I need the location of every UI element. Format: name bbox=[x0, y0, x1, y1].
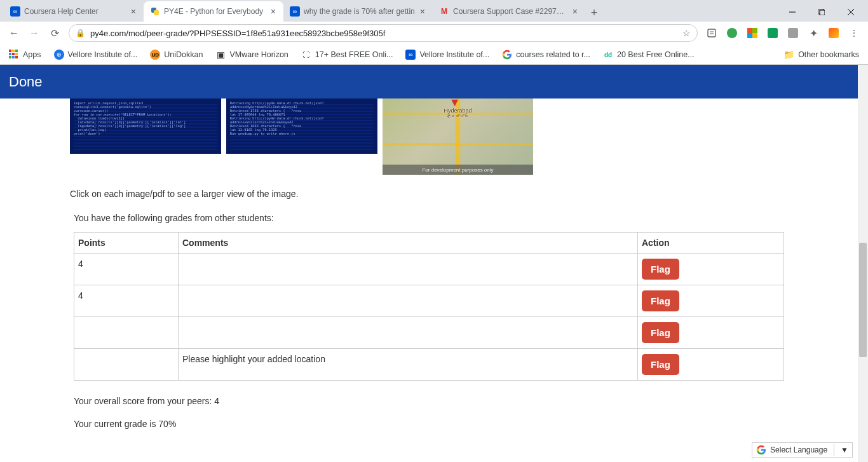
cell-comments bbox=[179, 285, 638, 317]
tab-close-icon[interactable]: × bbox=[269, 6, 277, 17]
map-footer: For development purposes only bbox=[383, 165, 533, 175]
window-controls bbox=[778, 3, 868, 22]
bookmark-vellore-2[interactable]: ∞ Vellore Institute of... bbox=[402, 47, 493, 62]
tab-title: PY4E - Python for Everybody bbox=[164, 7, 266, 16]
vellore-icon: ⊕ bbox=[54, 50, 64, 60]
header-action: Action bbox=[638, 233, 784, 254]
cell-points bbox=[74, 317, 179, 349]
banner-title: Done bbox=[9, 74, 43, 90]
header-comments: Comments bbox=[179, 233, 638, 254]
vertical-scrollbar[interactable] bbox=[858, 65, 868, 462]
table-row: Please highlight your added location Fla… bbox=[74, 349, 784, 381]
tab-bar: ∞ Coursera Help Center × PY4E - Python f… bbox=[0, 0, 868, 22]
url-text: py4e.com/mod/peer-grade/?PHPSESSID=1f8e5… bbox=[90, 29, 677, 38]
new-tab-button[interactable]: + bbox=[585, 4, 603, 22]
bookmark-20-best[interactable]: dd 20 Best Free Online... bbox=[599, 47, 698, 62]
page-content: import urllib.request,json,sqlite3conn=s… bbox=[0, 99, 868, 453]
back-button[interactable]: ← bbox=[5, 24, 23, 42]
tab-coursera-help[interactable]: ∞ Coursera Help Center × bbox=[4, 1, 144, 22]
dd-icon: dd bbox=[603, 50, 613, 60]
cell-comments bbox=[179, 254, 638, 285]
cell-action: Flag bbox=[638, 285, 784, 317]
folder-icon: 📁 bbox=[783, 50, 794, 60]
flag-button[interactable]: Flag bbox=[642, 259, 679, 280]
header-points: Points bbox=[74, 233, 179, 254]
bookmark-label: UniDokkan bbox=[164, 50, 203, 59]
profile-avatar[interactable] bbox=[825, 24, 843, 42]
tab-title: Coursera Help Center bbox=[24, 7, 126, 16]
other-bookmarks[interactable]: 📁 Other bookmarks bbox=[780, 47, 863, 62]
bookmark-unidokkan[interactable]: UD UniDokkan bbox=[146, 47, 207, 62]
bookmark-apps[interactable]: Apps bbox=[5, 47, 45, 62]
svg-rect-5 bbox=[708, 29, 715, 37]
bookmark-label: courses related to r... bbox=[516, 50, 590, 59]
coursera-favicon: ∞ bbox=[290, 6, 300, 17]
bookmark-best-free[interactable]: ⛶ 17+ Best FREE Onli... bbox=[297, 47, 397, 62]
table-row: 4 Flag bbox=[74, 254, 784, 285]
maximize-button[interactable] bbox=[807, 3, 836, 22]
bookmarks-bar: Apps ⊕ Vellore Institute of... UD UniDok… bbox=[0, 44, 868, 65]
svg-rect-2 bbox=[820, 10, 825, 15]
bookmark-label: VMware Horizon bbox=[229, 50, 288, 59]
reload-button[interactable]: ⟳ bbox=[46, 24, 64, 42]
flag-button[interactable]: Flag bbox=[642, 290, 679, 311]
tab-close-icon[interactable]: × bbox=[571, 6, 579, 17]
overall-score: Your overall score from your peers: 4 bbox=[74, 396, 798, 406]
bookmark-label: Apps bbox=[23, 50, 41, 59]
cell-points bbox=[74, 349, 179, 381]
bookmark-vellore-1[interactable]: ⊕ Vellore Institute of... bbox=[50, 47, 142, 62]
flag-button[interactable]: Flag bbox=[642, 354, 679, 375]
vmware-icon: ▣ bbox=[215, 50, 226, 60]
attachment-thumb-1[interactable]: import urllib.request,json,sqlite3conn=s… bbox=[70, 99, 221, 154]
lock-icon: 🔒 bbox=[76, 29, 85, 37]
bestfree-icon: ⛶ bbox=[301, 50, 311, 60]
current-grade: Your current grade is 70% bbox=[74, 419, 798, 429]
bookmark-label: Vellore Institute of... bbox=[68, 50, 138, 59]
extensions-puzzle-icon[interactable]: ✦ bbox=[804, 24, 822, 42]
table-header-row: Points Comments Action bbox=[74, 233, 784, 254]
chrome-menu-icon[interactable]: ⋮ bbox=[845, 24, 863, 42]
coursera-favicon: ∞ bbox=[10, 6, 20, 17]
bookmark-label: 17+ Best FREE Onli... bbox=[315, 50, 393, 59]
tab-title: why the grade is 70% after gettin bbox=[304, 7, 415, 16]
python-favicon bbox=[150, 6, 160, 17]
flag-button[interactable]: Flag bbox=[642, 322, 679, 343]
coursera-icon: ∞ bbox=[405, 50, 416, 60]
gtranslate-label: Select Language bbox=[770, 445, 827, 454]
gmail-favicon: M bbox=[439, 6, 449, 17]
other-bookmarks-label: Other bookmarks bbox=[798, 50, 859, 59]
scrollbar-thumb[interactable] bbox=[859, 243, 867, 357]
grades-table: Points Comments Action 4 Flag 4 Flag bbox=[74, 232, 784, 381]
forward-button[interactable]: → bbox=[25, 24, 43, 42]
attachment-thumb-3[interactable]: ▼ Hyderabad హైదరాబాద్ For development pu… bbox=[383, 99, 533, 175]
close-window-button[interactable] bbox=[836, 3, 865, 22]
extension-icon-1[interactable] bbox=[723, 24, 741, 42]
ext-reading-list-icon[interactable] bbox=[703, 24, 721, 42]
url-field[interactable]: 🔒 py4e.com/mod/peer-grade/?PHPSESSID=1f8… bbox=[69, 24, 698, 42]
tab-py4e[interactable]: PY4E - Python for Everybody × bbox=[144, 1, 283, 22]
tab-close-icon[interactable]: × bbox=[130, 6, 137, 17]
extension-icon-4[interactable] bbox=[784, 24, 802, 42]
cell-comments bbox=[179, 317, 638, 349]
cell-points: 4 bbox=[74, 254, 179, 285]
bookmark-star-icon[interactable]: ☆ bbox=[682, 28, 691, 38]
minimize-button[interactable] bbox=[778, 3, 807, 22]
extension-icon-3[interactable] bbox=[764, 24, 782, 42]
google-translate-widget[interactable]: Select Language ▼ bbox=[752, 442, 853, 458]
table-row: Flag bbox=[74, 317, 784, 349]
viewport[interactable]: Done import urllib.request,json,sqlite3c… bbox=[0, 65, 868, 462]
grades-intro: You have the following grades from other… bbox=[74, 213, 798, 223]
bookmark-courses-related[interactable]: courses related to r... bbox=[498, 47, 594, 62]
attachment-thumb-2[interactable]: Retrieving http://py4e-data.dr-chuck.net… bbox=[226, 99, 377, 154]
attachment-thumbs: import urllib.request,json,sqlite3conn=s… bbox=[70, 99, 798, 175]
tab-support-case[interactable]: M Coursera Support Case #2297607 × bbox=[433, 1, 585, 22]
extension-icon-2[interactable] bbox=[743, 24, 761, 42]
instruction-text: Click on each image/pdf to see a larger … bbox=[70, 189, 798, 199]
bookmark-vmware[interactable]: ▣ VMware Horizon bbox=[212, 47, 292, 62]
page-banner: Done bbox=[0, 65, 868, 99]
tab-why-grade[interactable]: ∞ why the grade is 70% after gettin × bbox=[283, 1, 433, 22]
cell-action: Flag bbox=[638, 317, 784, 349]
tab-close-icon[interactable]: × bbox=[419, 6, 426, 17]
cell-action: Flag bbox=[638, 254, 784, 285]
google-icon bbox=[502, 50, 512, 60]
